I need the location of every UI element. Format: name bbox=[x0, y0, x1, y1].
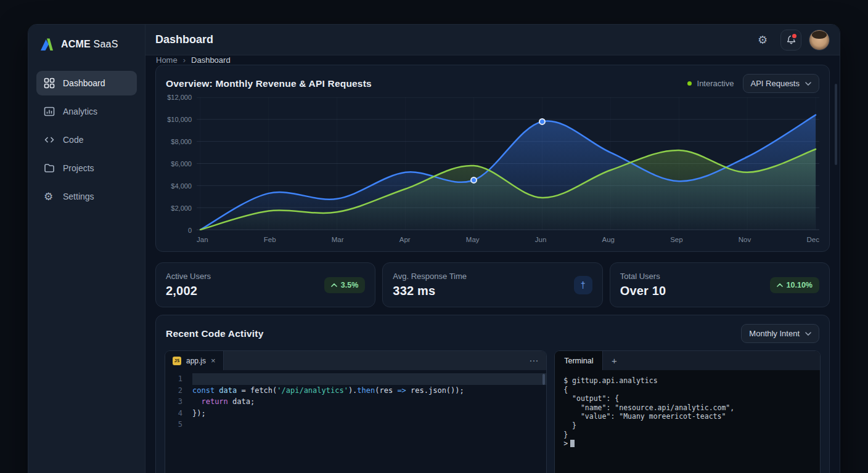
sidebar-item-label: Code bbox=[63, 135, 83, 145]
trend-value: 3.5% bbox=[341, 281, 359, 289]
editor-line: 2const data = fetch('/api/analytics').th… bbox=[165, 385, 546, 397]
terminal-line: "value": "Muany moreericot-teacts" bbox=[563, 412, 811, 421]
notifications-button[interactable] bbox=[780, 30, 801, 51]
period-select[interactable]: Monthly Intent bbox=[741, 324, 819, 343]
chevron-down-icon bbox=[805, 332, 811, 336]
code-icon bbox=[44, 134, 55, 145]
legend-dot bbox=[687, 81, 692, 86]
code-activity-card: Recent Code Activity Monthly Intent JS a… bbox=[155, 315, 830, 473]
app-window: ACME SaaS Dashboard Analytics Code bbox=[28, 25, 840, 473]
code-text: return data; bbox=[192, 396, 546, 408]
main-area: Dashboard ⚙ Home › Dashboard bbox=[145, 25, 840, 473]
sidebar-item-analytics[interactable]: Analytics bbox=[36, 99, 137, 124]
stat-label: Total Users bbox=[620, 272, 666, 281]
sidebar-item-dashboard[interactable]: Dashboard bbox=[36, 71, 137, 95]
sidebar-item-settings[interactable]: ⚙ Settings bbox=[36, 184, 137, 209]
javascript-file-icon: JS bbox=[173, 357, 181, 365]
code-text bbox=[192, 419, 546, 431]
x-tick-label: Feb bbox=[264, 236, 276, 243]
user-avatar[interactable] bbox=[809, 30, 830, 51]
folder-icon bbox=[44, 163, 55, 174]
stat-value: Over 10 bbox=[620, 284, 666, 298]
breadcrumb-home[interactable]: Home bbox=[156, 55, 178, 65]
new-terminal-button[interactable]: + bbox=[603, 351, 625, 370]
code-text: const data = fetch('/api/analytics').the… bbox=[192, 385, 546, 397]
stat-value: 332 ms bbox=[393, 284, 467, 298]
series-select[interactable]: API Requests bbox=[743, 74, 820, 93]
x-tick-label: Sep bbox=[670, 236, 682, 243]
x-tick-label: May bbox=[466, 236, 480, 243]
code-text bbox=[192, 373, 546, 385]
topbar-actions: ⚙ bbox=[752, 30, 830, 51]
terminal-line: } bbox=[563, 421, 811, 431]
sidebar-item-code[interactable]: Code bbox=[36, 127, 137, 152]
x-tick-label: Apr bbox=[399, 236, 411, 243]
sidebar: ACME SaaS Dashboard Analytics Code bbox=[28, 25, 145, 473]
code-text: }); bbox=[192, 408, 546, 419]
breadcrumb-separator: › bbox=[183, 55, 186, 65]
window-scrollbar[interactable] bbox=[835, 84, 837, 165]
overview-card: Overview: Monthly Revenue & API Requests… bbox=[155, 65, 830, 252]
y-tick-label: $2,000 bbox=[162, 204, 192, 212]
editor-line: 4}); bbox=[165, 408, 546, 419]
editor-body[interactable]: 12const data = fetch('/api/analytics').t… bbox=[165, 370, 546, 431]
sidebar-item-label: Settings bbox=[63, 192, 94, 201]
more-options-icon[interactable]: ⋯ bbox=[522, 351, 546, 370]
y-tick-label: $12,000 bbox=[162, 94, 192, 101]
x-tick-label: Jan bbox=[197, 236, 208, 243]
content: Overview: Monthly Revenue & API Requests… bbox=[145, 65, 840, 473]
chart-x-axis: JanFebMarAprMayJunAugSepNovDec bbox=[197, 236, 819, 243]
trend-badge: 3.5% bbox=[324, 277, 366, 293]
terminal-output[interactable]: $ gittup.api.analytics{ "output": { "nam… bbox=[555, 370, 820, 455]
editor-line: 3 return data; bbox=[165, 396, 546, 408]
gear-icon: ⚙ bbox=[44, 192, 55, 202]
trend-badge: 10.10% bbox=[770, 277, 819, 293]
terminal-tab[interactable]: Terminal bbox=[555, 351, 603, 370]
line-number: 1 bbox=[165, 373, 192, 385]
terminal-line: "name": "nesource.api/analytic.com", bbox=[563, 403, 811, 413]
terminal-panel: Terminal + $ gittup.api.analytics{ "outp… bbox=[554, 350, 821, 473]
stat-card-active-users: Active Users 2,002 3.5% bbox=[155, 262, 375, 307]
overview-chart[interactable] bbox=[197, 97, 819, 230]
code-editor: JS app.js × ⋯ 12const data = fetch('/api… bbox=[165, 350, 547, 473]
x-tick-label: Jun bbox=[535, 236, 547, 243]
page-title: Dashboard bbox=[155, 33, 213, 46]
code-activity-header: Recent Code Activity Monthly Intent bbox=[156, 315, 829, 350]
breadcrumb: Home › Dashboard bbox=[145, 55, 840, 65]
sidebar-item-label: Analytics bbox=[63, 107, 97, 116]
terminal-tabbar: Terminal + bbox=[555, 351, 820, 370]
chart-y-axis: $12,000$10,000$8,000$6,000$4,000$2,0000 bbox=[162, 97, 192, 230]
terminal-cursor bbox=[570, 440, 575, 447]
y-tick-label: $4,000 bbox=[162, 182, 192, 190]
settings-button[interactable]: ⚙ bbox=[752, 30, 773, 51]
x-tick-label: Dec bbox=[806, 236, 819, 243]
terminal-prompt: > bbox=[563, 439, 811, 448]
breadcrumb-current: Dashboard bbox=[191, 55, 231, 65]
x-tick-label: Aug bbox=[602, 236, 615, 243]
brand: ACME SaaS bbox=[36, 33, 137, 52]
editor-tabbar: JS app.js × ⋯ bbox=[165, 351, 546, 370]
stat-card-response-time: Avg. Response Time 332 ms † bbox=[382, 262, 602, 307]
sidebar-item-label: Projects bbox=[63, 163, 94, 173]
y-tick-label: $8,000 bbox=[162, 138, 192, 145]
code-panels: JS app.js × ⋯ 12const data = fetch('/api… bbox=[156, 350, 829, 473]
brand-name-bold: ACME bbox=[61, 39, 91, 49]
chevron-down-icon bbox=[805, 82, 811, 86]
editor-scrollbar[interactable] bbox=[542, 374, 545, 385]
cross-icon: † bbox=[581, 280, 586, 290]
close-icon[interactable]: × bbox=[211, 356, 216, 365]
line-number: 4 bbox=[165, 408, 192, 419]
brand-name: ACME SaaS bbox=[61, 39, 118, 50]
x-tick-label: Nov bbox=[739, 236, 751, 243]
line-number: 3 bbox=[165, 396, 192, 408]
editor-tab-appjs[interactable]: JS app.js × bbox=[165, 351, 224, 370]
stat-label: Avg. Response Time bbox=[393, 272, 467, 281]
acme-logo-icon bbox=[39, 36, 55, 52]
chevron-up-icon bbox=[777, 283, 783, 287]
sidebar-item-projects[interactable]: Projects bbox=[36, 156, 137, 180]
stat-card-total-users: Total Users Over 10 10.10% bbox=[610, 262, 830, 307]
stats-row: Active Users 2,002 3.5% Avg. Response Ti… bbox=[155, 262, 830, 307]
terminal-line: } bbox=[563, 431, 811, 440]
series-select-value: API Requests bbox=[751, 79, 800, 88]
terminal-line: $ gittup.api.analytics bbox=[563, 376, 811, 386]
